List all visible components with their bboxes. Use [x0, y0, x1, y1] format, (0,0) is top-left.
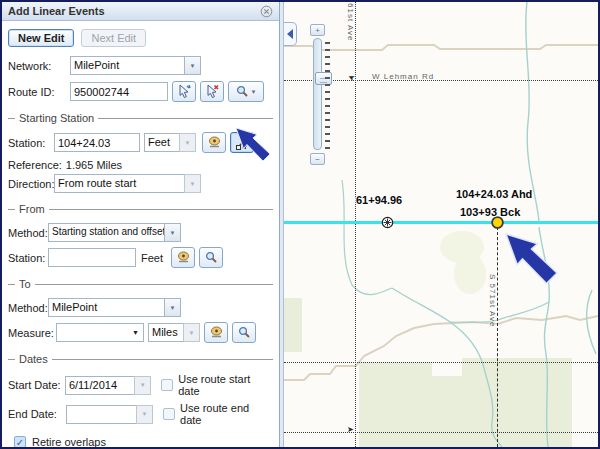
retire-overlaps-checkbox[interactable]: ✓ [14, 436, 26, 448]
field-polygon [359, 358, 572, 447]
panel-header: Add Linear Events [2, 2, 279, 21]
use-route-end-date-checkbox[interactable] [163, 408, 175, 420]
network-select[interactable]: MilePoint ▼ [70, 56, 201, 75]
road-label-vertical-top: S 561st Ave [346, 2, 355, 42]
chevron-down-icon: ▼ [183, 323, 200, 342]
measure-hatch-button[interactable] [204, 322, 228, 343]
map-canvas[interactable]: ➤ ➤ S 561st Ave S 571st Ave W Lehman Rd … [284, 2, 598, 447]
from-units-label: Feet [141, 252, 163, 264]
use-route-end-date-label: Use route end date [180, 402, 273, 426]
pick-vertex-icon [235, 135, 250, 150]
section-from: From [8, 203, 273, 215]
clear-route-selection-button[interactable] [200, 81, 224, 102]
chevron-down-icon[interactable]: ▼ [184, 56, 201, 75]
to-method-value: MilePoint [48, 298, 164, 317]
section-to: To [8, 278, 273, 290]
station-input[interactable] [54, 133, 140, 152]
start-date-label: Start Date: [8, 379, 65, 391]
to-method-label: Method: [8, 302, 48, 314]
measure-units-value: Miles [148, 323, 183, 342]
zoom-in-button[interactable]: + [310, 24, 325, 36]
chevron-down-icon: ▼ [134, 376, 151, 395]
from-hatch-button[interactable] [171, 247, 195, 268]
end-date-value [66, 405, 136, 424]
road-s-561st-ave [355, 2, 356, 447]
chevron-down-icon: ▼ [251, 89, 257, 95]
station-units-select[interactable]: Feet ▼ [144, 133, 196, 152]
chevron-down-icon[interactable]: ▼ [128, 329, 143, 336]
direction-label: Direction: [8, 178, 54, 190]
station-hatch-button[interactable] [202, 132, 226, 153]
station-label-2a: 104+24.03 Ahd [456, 188, 532, 200]
network-value: MilePoint [70, 56, 184, 75]
route-id-input[interactable] [70, 82, 168, 101]
end-date-picker[interactable]: ▼ [66, 405, 153, 424]
chevron-left-icon [287, 29, 293, 39]
station-label-1: 61+94.96 [356, 194, 402, 206]
use-route-start-date-checkbox[interactable] [161, 379, 173, 391]
measure-search-button[interactable] [232, 322, 256, 343]
measure-combobox[interactable]: ▼ [56, 323, 144, 342]
panel-title: Add Linear Events [8, 5, 260, 17]
station-units-value: Feet [144, 133, 179, 152]
road-direction-arrow: ➤ [347, 425, 354, 434]
milepost-icon [209, 325, 224, 340]
chevron-down-icon[interactable]: ▼ [164, 298, 181, 317]
direction-value: From route start [54, 174, 184, 193]
zoom-slider-track[interactable] [313, 38, 322, 150]
from-station-input[interactable] [48, 248, 136, 267]
add-linear-events-panel: Add Linear Events New Edit Next Edit Net… [2, 2, 280, 447]
start-date-picker[interactable]: 6/11/2014 ▼ [65, 376, 151, 395]
from-search-button[interactable] [199, 247, 223, 268]
pick-station-on-map-button[interactable] [230, 132, 254, 153]
select-route-on-map-button[interactable] [172, 81, 196, 102]
from-method-select[interactable]: Starting station and offset ▼ [48, 223, 181, 242]
road-unlabeled-1 [284, 362, 598, 363]
retire-overlaps-label: Retire overlaps [32, 436, 106, 448]
cursor-clear-icon [205, 84, 220, 99]
road-unlabeled-2 [284, 432, 598, 433]
route-search-menu-button[interactable]: ▼ [228, 81, 264, 102]
section-dates: Dates [8, 353, 273, 365]
direction-select[interactable]: From route start ▼ [54, 174, 201, 193]
route-highlight-line[interactable] [284, 221, 598, 224]
chevron-down-icon: ▼ [136, 405, 153, 424]
route-id-label: Route ID: [8, 86, 70, 98]
chevron-down-icon[interactable]: ▼ [164, 223, 181, 242]
basemap-layer [284, 2, 598, 447]
measure-units-select[interactable]: Miles ▼ [148, 323, 200, 342]
search-icon [205, 251, 218, 264]
search-icon [236, 85, 249, 98]
reference-label: Reference: [8, 159, 62, 171]
to-method-select[interactable]: MilePoint ▼ [48, 298, 181, 317]
end-date-label: End Date: [8, 408, 66, 420]
start-date-value: 6/11/2014 [65, 376, 134, 395]
station-label-2b: 103+93 Bck [460, 206, 520, 218]
field-polygon [284, 298, 302, 352]
cursor-select-icon [177, 84, 192, 99]
from-method-label: Method: [8, 227, 48, 239]
zoom-out-button[interactable]: − [310, 153, 325, 165]
chevron-down-icon: ▼ [179, 133, 196, 152]
close-icon[interactable] [260, 5, 273, 18]
milepost-icon [207, 135, 222, 150]
reference-post-marker[interactable] [380, 215, 395, 230]
milepost-icon [176, 250, 191, 265]
collapse-panel-tab[interactable] [284, 22, 297, 46]
measure-label: Measure: [8, 327, 56, 339]
tan-road [284, 45, 598, 50]
section-starting-station: Starting Station [8, 112, 273, 124]
stream [586, 290, 596, 354]
app-window: Add Linear Events New Edit Next Edit Net… [0, 0, 600, 449]
search-icon [238, 326, 251, 339]
road-s-571st-ave [497, 222, 498, 447]
next-edit-button[interactable]: Next Edit [81, 29, 146, 47]
station-label: Station: [8, 137, 54, 149]
use-route-start-date-label: Use route start date [178, 373, 273, 397]
new-edit-button[interactable]: New Edit [8, 29, 74, 47]
from-method-value: Starting station and offset [48, 223, 164, 242]
reference-value: 1.965 Miles [66, 159, 122, 171]
field-polygon [454, 254, 486, 294]
road-label-horizontal: W Lehman Rd [372, 72, 434, 81]
road-label-vertical-bottom: S 571st Ave [488, 274, 497, 328]
